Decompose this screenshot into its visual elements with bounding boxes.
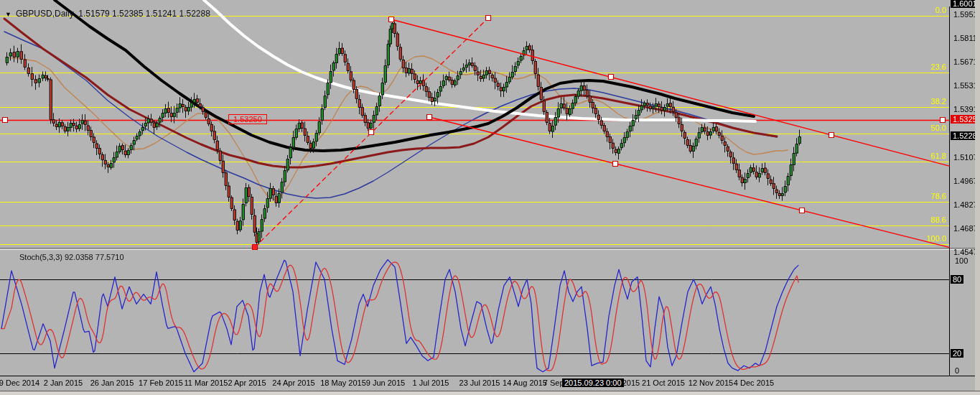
fib-level-label: 38.2 xyxy=(903,97,946,106)
ohlc-values: 1.51579 1.52385 1.51241 1.52288 xyxy=(78,9,210,19)
date-axis-label: 1 Jul 2015 xyxy=(413,378,449,387)
date-axis-label: 4 Dec 2015 xyxy=(734,378,774,387)
date-axis-label: 17 Feb 2015 xyxy=(139,378,183,387)
fib-level-label: 88.6 xyxy=(903,215,946,224)
date-axis-label: 9 Dec 2014 xyxy=(0,378,39,387)
stoch-scale-label: 20 xyxy=(951,349,963,358)
horizontal-line-price-label[interactable]: 1.53250 xyxy=(228,114,267,124)
date-axis-label: 18 May 2015 xyxy=(320,378,366,387)
symbol-dropdown-icon[interactable]: ▼ xyxy=(5,10,11,19)
fib-level-label: 23.6 xyxy=(903,62,946,71)
date-axis-label: 9 Jun 2015 xyxy=(366,378,405,387)
date-axis-label: 26 Jan 2015 xyxy=(90,378,134,387)
date-axis-label: 24 Apr 2015 xyxy=(272,378,314,387)
window-bottom-edge xyxy=(0,391,980,395)
date-axis-label: 11 Mar 2015 xyxy=(185,378,228,387)
fib-level-label: 61.8 xyxy=(903,152,946,160)
fib-level-label: 50.0 xyxy=(903,124,946,132)
date-axis-label: 2 Jan 2015 xyxy=(44,378,83,387)
stochastic-indicator-label: Stoch(5,3,3) 92.0358 77.5710 xyxy=(19,253,124,262)
stoch-scale-label: 100 xyxy=(955,256,968,265)
fib-level-label: 100.0 xyxy=(903,234,946,243)
symbol-ohlc-label: GBPUSD,Daily 1.51579 1.52385 1.51241 1.5… xyxy=(16,9,210,19)
stoch-scale-label: 0 xyxy=(955,366,959,375)
selected-time-tag: 2015.09.23 0:00 xyxy=(562,378,624,387)
window-right-edge xyxy=(975,0,980,391)
date-axis-label: 14 Aug 2015 xyxy=(503,378,547,387)
symbol-label: GBPUSD,Daily xyxy=(16,9,74,19)
date-axis-label: 12 Nov 2015 xyxy=(689,378,733,387)
stoch-scale-label: 80 xyxy=(951,275,963,284)
date-axis-label: 21 Oct 2015 xyxy=(642,378,685,387)
fib-level-label: 78.6 xyxy=(903,192,946,200)
date-axis-label: 23 Jul 2015 xyxy=(459,378,500,387)
date-axis-label: 2 Apr 2015 xyxy=(228,378,266,387)
main-chart-canvas[interactable] xyxy=(0,0,980,395)
fib-level-label: 0.0 xyxy=(903,6,946,14)
mt4-chart-window: ▼ GBPUSD,Daily 1.51579 1.52385 1.51241 1… xyxy=(0,0,980,395)
